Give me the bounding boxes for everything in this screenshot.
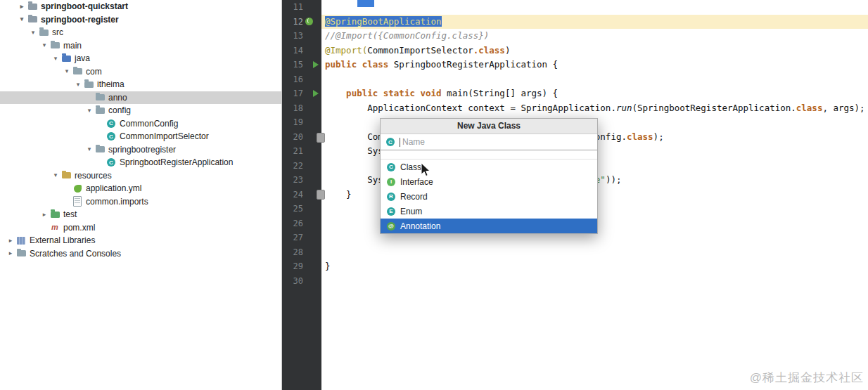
code-line[interactable]: @Import(CommonImportSelector.class) [321, 44, 868, 58]
tree-label: application.yml [86, 183, 146, 193]
line-number: 18 [281, 101, 321, 116]
com-icon [72, 66, 83, 77]
code-line[interactable]: @SpringBootApplication [321, 15, 868, 30]
commonimportselector-icon: C [106, 131, 117, 142]
chevron-right-icon[interactable]: ▸ [6, 238, 15, 244]
code-line[interactable] [321, 245, 868, 260]
tree-row-springbootregister[interactable]: ▾springbootregister [0, 143, 281, 157]
interface-icon: I [387, 178, 395, 186]
chevron-down-icon[interactable]: ▾ [73, 82, 83, 88]
tree-label: main [63, 41, 86, 51]
record-icon: R [387, 193, 395, 201]
code-token: CommonImportSelector [367, 45, 473, 56]
tree-label: test [63, 209, 81, 219]
dialog-item-annotation[interactable]: @Annotation [381, 219, 597, 233]
tree-row-config[interactable]: ▾config [0, 104, 281, 117]
config-icon [94, 105, 106, 116]
code-token: class [627, 131, 653, 142]
code-line[interactable]: } [321, 259, 868, 274]
code-line[interactable]: public static void main(String[] args) { [321, 86, 868, 101]
springboot-register-icon [27, 14, 38, 25]
tree-label: config [108, 105, 135, 115]
project-tree: ▸springboot-quickstart▾springboot-regist… [0, 0, 281, 260]
tree-label: itheima [97, 79, 129, 89]
tree-row-test[interactable]: ▸test [0, 208, 281, 221]
chevron-right-icon[interactable]: ▸ [6, 250, 15, 256]
tree-label: com [86, 67, 106, 77]
tree-row-anno[interactable]: anno [0, 91, 281, 105]
code-line[interactable] [321, 0, 868, 15]
dialog-title[interactable]: New Java Class [381, 119, 597, 134]
run-button-icon[interactable] [313, 90, 319, 97]
tree-row-application-yml[interactable]: application.yml [0, 182, 281, 195]
line-number: 22 [281, 159, 321, 174]
line-number: 21 [281, 144, 321, 159]
dialog-item-label: Annotation [400, 221, 440, 231]
code-token: } [325, 261, 331, 271]
code-token [325, 88, 346, 98]
code-token: public static void [346, 88, 447, 98]
spring-bean-icon[interactable] [305, 18, 313, 25]
chevron-right-icon[interactable]: ▸ [39, 212, 49, 218]
chevron-down-icon[interactable]: ▾ [84, 146, 94, 152]
tree-row-java[interactable]: ▾java [0, 52, 281, 65]
dialog-item-interface[interactable]: IInterface [381, 174, 597, 189]
tree-row-main[interactable]: ▾main [0, 39, 281, 53]
code-token: ); [653, 131, 664, 142]
tree-row-commonimportselector[interactable]: CCommonImportSelector [0, 130, 281, 143]
tree-row-com[interactable]: ▾com [0, 65, 281, 79]
pom-xml-icon: m [49, 222, 60, 233]
chevron-down-icon[interactable]: ▾ [62, 68, 72, 74]
dialog-type-list: CClassIInterfaceRRecordEEnum@Annotation [381, 160, 597, 233]
itheima-icon [83, 79, 94, 90]
chevron-down-icon[interactable]: ▾ [84, 108, 94, 114]
code-token: , args); [822, 103, 864, 113]
chevron-down-icon[interactable]: ▾ [17, 16, 27, 22]
chevron-right-icon[interactable]: ▸ [17, 4, 27, 10]
tree-row-springboot-register[interactable]: ▾springboot-register [0, 13, 281, 27]
code-token: main(String[] args) { [447, 88, 558, 98]
line-number: 26 [281, 216, 321, 231]
tree-row-external-libraries[interactable]: ▸External Libraries [0, 234, 281, 247]
code-line[interactable] [321, 274, 868, 289]
tree-label: springboot-quickstart [41, 1, 132, 11]
code-token: run [616, 103, 632, 113]
code-line[interactable]: public class SpringbootRegisterApplicati… [321, 58, 868, 72]
tree-label: Scratches and Consoles [30, 249, 125, 259]
code-line[interactable]: ApplicationContext context = SpringAppli… [321, 101, 868, 116]
tree-row-commonconfig[interactable]: CCommonConfig [0, 117, 281, 131]
dialog-item-record[interactable]: RRecord [381, 189, 597, 204]
line-number: 17 [281, 86, 321, 101]
code-line[interactable] [321, 72, 868, 87]
chevron-down-icon[interactable]: ▾ [51, 172, 60, 178]
code-token: )); [606, 174, 622, 185]
tree-row-common-imports[interactable]: common.imports [0, 195, 281, 209]
code-line[interactable]: //@Import({CommonConfig.class}) [321, 29, 868, 44]
tree-label: resources [75, 171, 116, 181]
chevron-down-icon[interactable]: ▾ [28, 30, 38, 36]
chevron-down-icon[interactable]: ▾ [51, 56, 60, 62]
line-number: 12 [281, 15, 321, 30]
tree-row-scratches-and-consoles[interactable]: ▸Scratches and Consoles [0, 247, 281, 261]
tree-row-src[interactable]: ▾src [0, 26, 281, 39]
test-icon [49, 209, 60, 220]
dialog-item-class[interactable]: CClass [381, 160, 597, 174]
tree-row-springboot-quickstart[interactable]: ▸springboot-quickstart [0, 0, 281, 13]
class-name-input[interactable]: C Name [381, 134, 597, 150]
popup-fragment [357, 0, 374, 7]
commonconfig-icon: C [106, 118, 117, 129]
dialog-separator [381, 150, 597, 160]
line-number: 24 [281, 188, 321, 202]
class-icon: C [387, 163, 395, 171]
springbootregisterapplication-icon: C [106, 157, 117, 168]
line-number: 28 [281, 245, 321, 260]
chevron-down-icon[interactable]: ▾ [39, 42, 49, 48]
code-token: public class [325, 59, 394, 70]
tree-row-itheima[interactable]: ▾itheima [0, 78, 281, 91]
tree-row-pom-xml[interactable]: mpom.xml [0, 221, 281, 235]
tree-row-resources[interactable]: ▾resources [0, 169, 281, 183]
tree-row-springbootregisterapplication[interactable]: CSpringbootRegisterApplication [0, 156, 281, 169]
tree-label: src [52, 27, 68, 37]
run-button-icon[interactable] [313, 61, 319, 68]
dialog-item-enum[interactable]: EEnum [381, 204, 597, 219]
